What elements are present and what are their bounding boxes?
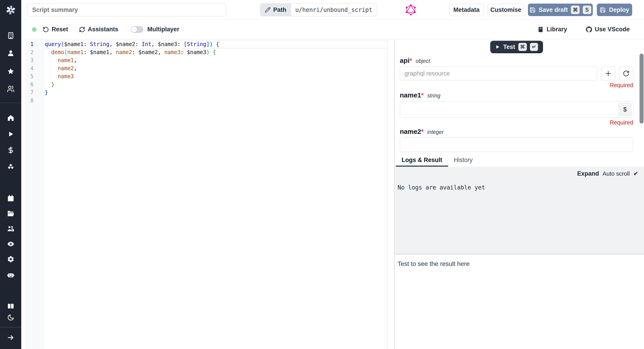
book-icon xyxy=(538,26,544,33)
sidebar-item-docs[interactable] xyxy=(0,302,21,310)
users-icon xyxy=(7,85,14,93)
test-args-form: Test ⌘ ↵ api* object Required n xyxy=(395,39,644,153)
toggle-knob xyxy=(131,26,137,32)
code-editor[interactable]: query($name1: String, $name2: Int, $name… xyxy=(45,39,388,349)
autoscroll-label: Auto scroll xyxy=(603,170,630,177)
windmill-logo[interactable] xyxy=(0,5,21,15)
sidebar-item-runs[interactable] xyxy=(0,130,21,138)
github-icon xyxy=(586,26,592,33)
path-edit-button[interactable]: Path xyxy=(260,3,291,16)
graphql-logo-icon xyxy=(406,4,416,15)
sidebar-item-audit-logs[interactable] xyxy=(0,240,21,248)
sidebar-item-favorites[interactable] xyxy=(0,67,21,75)
deploy-label: Deploy xyxy=(609,6,629,13)
play-icon xyxy=(7,130,14,138)
result-tabs: Logs & Result History xyxy=(395,153,644,167)
tab-history[interactable]: History xyxy=(448,153,478,167)
field-type: string xyxy=(427,92,440,99)
logs-empty-text: No logs are available yet xyxy=(398,184,485,191)
metadata-label: Metadata xyxy=(453,6,480,13)
assistants-button[interactable]: Assistants xyxy=(79,26,118,33)
robot-icon xyxy=(7,271,14,279)
field-name: name2 xyxy=(400,128,421,135)
customise-label: Customise xyxy=(490,6,521,13)
deploy-button[interactable]: Deploy xyxy=(597,3,632,16)
refresh-resource-button[interactable] xyxy=(619,67,633,80)
result-empty-text: Test to see the result here xyxy=(398,260,470,268)
kbd-enter: ↵ xyxy=(530,43,538,51)
plus-icon xyxy=(605,70,612,77)
sidebar-expand-button[interactable] xyxy=(0,334,21,342)
required-star: * xyxy=(421,128,424,135)
test-button[interactable]: Test ⌘ ↵ xyxy=(490,41,543,53)
arrow-right-icon xyxy=(7,334,14,342)
required-star: * xyxy=(421,91,424,99)
sidebar-item-variables[interactable] xyxy=(0,146,21,154)
play-icon xyxy=(495,44,500,49)
gear-icon xyxy=(7,255,14,263)
tab-label: History xyxy=(454,157,473,164)
autoscroll-checkbox[interactable]: ✔ xyxy=(633,170,638,177)
multiplayer-toggle[interactable] xyxy=(131,26,143,33)
tab-label: Logs & Result xyxy=(402,157,442,164)
calendar-icon xyxy=(7,195,14,202)
path-value[interactable]: u/henri/unbound_script xyxy=(291,3,377,16)
building-icon xyxy=(7,32,14,39)
sidebar-divider xyxy=(0,327,21,327)
required-hint: Required xyxy=(400,119,633,126)
user-icon xyxy=(7,49,14,57)
editor-gutter: 12345678 xyxy=(25,39,45,349)
indent-guide xyxy=(51,56,52,80)
save-draft-button[interactable]: Save draft ⌘ S xyxy=(528,3,593,16)
header: Path u/henri/unbound_script Metadata Cus… xyxy=(21,0,644,20)
sidebar-item-user[interactable] xyxy=(0,49,21,57)
right-panel: Test ⌘ ↵ api* object Required n xyxy=(395,39,644,349)
logs-controls: Expand Auto scroll ✔ xyxy=(577,170,638,177)
field-type: integer xyxy=(427,129,444,135)
logs-panel: Expand Auto scroll ✔ No logs are availab… xyxy=(395,167,644,254)
library-button[interactable]: Library xyxy=(538,26,567,33)
reset-button[interactable]: Reset xyxy=(43,26,68,33)
sidebar-item-groups[interactable] xyxy=(0,225,21,233)
name1-input[interactable] xyxy=(400,101,633,118)
name2-input[interactable] xyxy=(400,137,633,152)
sidebar-item-schedules[interactable] xyxy=(0,194,21,202)
kbd-cmd: ⌘ xyxy=(571,5,580,14)
save-icon xyxy=(600,7,606,13)
customise-button[interactable]: Customise xyxy=(488,3,524,16)
add-resource-button[interactable] xyxy=(601,67,616,80)
boxes-icon xyxy=(7,163,14,170)
kbd-cmd: ⌘ xyxy=(518,43,527,51)
sidebar-item-dark-mode[interactable] xyxy=(0,314,21,322)
tab-logs-result[interactable]: Logs & Result xyxy=(396,153,448,167)
use-vscode-button[interactable]: Use VScode xyxy=(586,26,630,33)
sidebar-item-folders[interactable] xyxy=(0,210,21,218)
path-chip: Path u/henri/unbound_script xyxy=(260,3,377,16)
sidebar xyxy=(0,0,21,349)
field-name: api xyxy=(400,57,410,64)
save-icon xyxy=(530,7,536,13)
expand-button[interactable]: Expand xyxy=(577,170,599,177)
script-summary-input[interactable] xyxy=(27,3,226,16)
refresh-icon xyxy=(79,26,85,33)
sidebar-item-ai[interactable] xyxy=(0,271,21,279)
required-star: * xyxy=(410,57,412,64)
metadata-button[interactable]: Metadata xyxy=(450,3,484,16)
field-label-name2: name2* integer xyxy=(400,128,633,135)
api-resource-input[interactable] xyxy=(400,67,598,80)
sidebar-item-home[interactable] xyxy=(0,114,21,122)
sidebar-item-settings[interactable] xyxy=(0,255,21,263)
sidebar-item-resources[interactable] xyxy=(0,162,21,170)
pencil-icon xyxy=(265,7,270,13)
variable-picker-button[interactable]: $ xyxy=(618,103,632,116)
editor-toolbar: Reset Assistants Multiplayer Library Use… xyxy=(21,20,644,39)
eye-icon xyxy=(7,240,14,248)
panel-splitter[interactable] xyxy=(394,39,395,349)
reset-label: Reset xyxy=(52,26,68,33)
star-icon xyxy=(7,67,14,75)
form-scrollbar[interactable] xyxy=(640,54,644,124)
vscode-label: Use VScode xyxy=(595,26,630,33)
sidebar-item-members[interactable] xyxy=(0,85,21,93)
sidebar-item-workspace[interactable] xyxy=(0,31,21,39)
dollar-icon xyxy=(7,146,14,154)
